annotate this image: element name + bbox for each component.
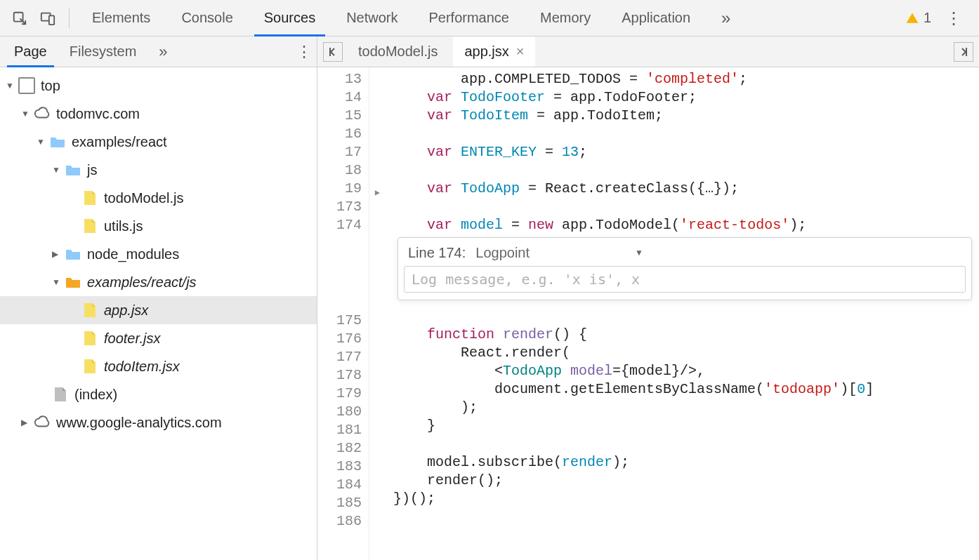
tab-console[interactable]: Console <box>166 0 248 36</box>
code-line: var model = new app.TodoModel('react-tod… <box>393 216 979 234</box>
tree-file[interactable]: todoItem.jsx <box>0 352 317 380</box>
code-content[interactable]: app.COMPLETED_TODOS = 'completed'; var T… <box>369 67 979 560</box>
line-number[interactable]: 174 <box>322 216 362 234</box>
code-line: var TodoFooter = app.TodoFooter; <box>393 88 979 107</box>
line-number[interactable]: 181 <box>322 421 362 439</box>
js-file-icon <box>81 189 98 206</box>
line-number[interactable]: 15 <box>322 107 362 125</box>
line-number[interactable]: 177 <box>322 348 362 366</box>
toolbar-divider <box>69 8 70 28</box>
navigate-forward-icon[interactable] <box>954 42 973 62</box>
tree-domain[interactable]: ▼ todomvc.com <box>0 100 317 128</box>
frame-icon <box>18 77 35 94</box>
line-number[interactable]: 178 <box>322 366 362 385</box>
tree-label: examples/react <box>72 134 167 150</box>
warning-icon <box>905 11 919 25</box>
warnings-badge[interactable]: 1 <box>905 10 931 26</box>
editor-tab-label: todoModel.js <box>358 44 438 60</box>
tree-label: www.google-analytics.com <box>56 415 222 431</box>
logpoint-message-input[interactable] <box>404 266 966 293</box>
code-line: function render() { <box>393 326 979 344</box>
js-file-icon <box>81 218 98 234</box>
navigator-tabs: Page Filesystem » ⋮ <box>0 36 317 67</box>
code-line <box>393 198 979 216</box>
tab-memory[interactable]: Memory <box>525 0 606 36</box>
editor-tab-label: app.jsx <box>464 44 508 60</box>
chevron-right-icon: ▶ <box>52 249 62 259</box>
kebab-menu-icon[interactable]: ⋮ <box>942 7 965 29</box>
line-number[interactable]: 185 <box>322 494 362 512</box>
toggle-device-icon[interactable] <box>37 7 59 29</box>
devtools-toolbar: Elements Console Sources Network Perform… <box>0 0 979 36</box>
navigator-tabs-overflow-icon[interactable]: » <box>147 36 178 67</box>
line-number[interactable]: 179 <box>322 385 362 403</box>
tree-file[interactable]: utils.js <box>0 212 317 240</box>
tab-performance[interactable]: Performance <box>414 0 525 36</box>
code-editor[interactable]: 13 14 15 16 17 18 19▶ 173 174 175 176 17… <box>317 67 979 560</box>
panel-tabs: Elements Console Sources Network Perform… <box>77 0 905 36</box>
cloud-icon <box>34 414 51 431</box>
code-line: model.subscribe(render); <box>393 453 979 472</box>
folder-icon <box>65 246 81 262</box>
line-number[interactable]: 180 <box>322 403 362 421</box>
tree-label: todoModel.js <box>104 190 183 206</box>
select-element-icon[interactable] <box>8 7 31 29</box>
chevron-down-icon: ▼ <box>6 81 15 91</box>
line-number[interactable]: 175 <box>322 312 362 330</box>
navigator-tab-filesystem[interactable]: Filesystem <box>58 36 148 67</box>
tree-label: todomvc.com <box>56 106 140 122</box>
line-number[interactable]: 17 <box>322 143 362 161</box>
close-icon[interactable]: × <box>516 44 525 60</box>
breakpoint-type-select[interactable]: Logpoint ▼ <box>475 244 643 262</box>
code-line: <TodoApp model={model}/>, <box>393 362 979 380</box>
cloud-icon <box>34 105 51 122</box>
line-number[interactable]: 186 <box>322 512 362 531</box>
navigator-tab-page[interactable]: Page <box>3 36 58 67</box>
tree-folder-sourcemap[interactable]: ▼ examples/react/js <box>0 268 317 296</box>
line-number[interactable]: 16 <box>322 125 362 143</box>
tree-domain[interactable]: ▶ www.google-analytics.com <box>0 408 317 436</box>
navigator-menu-icon[interactable]: ⋮ <box>294 43 314 61</box>
tree-file[interactable]: todoModel.js <box>0 184 317 212</box>
line-number[interactable]: 14 <box>322 88 362 107</box>
tab-network[interactable]: Network <box>331 0 413 36</box>
chevron-down-icon: ▼ <box>52 165 62 175</box>
tree-folder[interactable]: ▼ js <box>0 156 317 184</box>
tree-folder[interactable]: ▶ node_modules <box>0 240 317 268</box>
editor-tab-app[interactable]: app.jsx × <box>453 36 535 67</box>
line-number[interactable]: 19▶ <box>322 180 362 198</box>
fold-icon[interactable]: ▶ <box>375 184 380 202</box>
line-gutter[interactable]: 13 14 15 16 17 18 19▶ 173 174 175 176 17… <box>317 67 369 560</box>
tab-elements[interactable]: Elements <box>77 0 166 36</box>
tree-top[interactable]: ▼ top <box>0 72 317 100</box>
tree-file[interactable]: footer.jsx <box>0 324 317 352</box>
editor-tab-todomodel[interactable]: todoModel.js <box>347 36 449 67</box>
tree-file-selected[interactable]: app.jsx <box>0 296 317 324</box>
navigate-back-icon[interactable] <box>323 42 343 62</box>
tree-label: app.jsx <box>104 302 148 319</box>
line-number[interactable]: 184 <box>322 476 362 494</box>
line-number[interactable]: 18 <box>322 161 362 180</box>
code-line <box>393 307 979 326</box>
tree-file[interactable]: (index) <box>0 380 317 408</box>
tab-sources[interactable]: Sources <box>249 0 331 36</box>
line-number[interactable]: 173 <box>322 198 362 216</box>
code-line: } <box>393 417 979 435</box>
tabs-overflow-icon[interactable]: » <box>706 0 746 36</box>
code-line <box>393 435 979 453</box>
line-number[interactable]: 182 <box>322 439 362 458</box>
line-number[interactable]: 13 <box>322 70 362 88</box>
editor-tabbar: todoModel.js app.jsx × <box>317 36 979 67</box>
tree-folder[interactable]: ▼ examples/react <box>0 128 317 156</box>
tab-application[interactable]: Application <box>606 0 706 36</box>
code-line <box>393 161 979 180</box>
code-line: document.getElementsByClassName('todoapp… <box>393 380 979 399</box>
breakpoint-type-label: Logpoint <box>475 244 530 262</box>
chevron-down-icon: ▼ <box>37 137 46 147</box>
chevron-down-icon: ▼ <box>21 109 31 119</box>
code-line: var ENTER_KEY = 13; <box>393 143 979 161</box>
logpoint-line-label: Line 174: <box>408 244 466 262</box>
line-number[interactable]: 176 <box>322 330 362 348</box>
warning-count: 1 <box>924 10 931 26</box>
line-number[interactable]: 183 <box>322 458 362 476</box>
